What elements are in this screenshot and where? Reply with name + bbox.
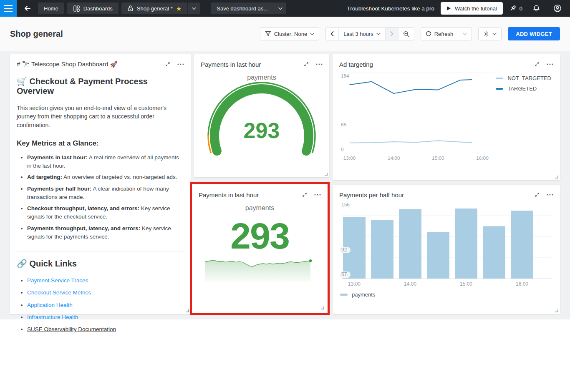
dashboard-header: Shop general Cluster: None Last 3 hours (0, 17, 570, 51)
svg-text:0: 0 (341, 146, 344, 152)
play-icon (446, 6, 451, 11)
bar-chart-legend[interactable]: payments (339, 291, 553, 298)
add-widget-button[interactable]: ADD WIDGET (508, 27, 560, 40)
arrow-left-icon (24, 5, 31, 12)
resize-handle[interactable] (321, 307, 324, 309)
watch-tutorial-button[interactable]: Watch the tutorial (441, 2, 503, 15)
svg-text:13:00: 13:00 (343, 155, 356, 161)
dashboard-grid: # 🔭 Telescope Shop Dashboard 🚀 🛒 Checkou… (0, 51, 570, 319)
gauge-metric-label: payments (201, 74, 323, 81)
time-back-button[interactable] (326, 28, 338, 40)
back-button[interactable] (20, 1, 35, 16)
svg-text:184: 184 (341, 73, 349, 78)
expand-icon[interactable] (534, 192, 540, 198)
pin-count-badge: 0 (520, 5, 522, 12)
refresh-options-button[interactable] (458, 28, 472, 40)
tab-options-chevron-button[interactable] (187, 3, 200, 14)
legend-item-not-targeted[interactable]: NOT_TARGETED (496, 75, 553, 81)
quick-link-item: SUSE Observability Documentation (27, 325, 184, 334)
time-range-label: Last 3 hours (343, 31, 373, 37)
pinned-items-button[interactable]: 0 (509, 5, 522, 12)
save-dashboard-as-button[interactable]: Save dashboard as... (211, 3, 274, 14)
payments-number-widget: Payments in last hour payments 293 (194, 186, 326, 311)
promo-text: Troubleshoot Kubernetes like a pro (347, 5, 434, 12)
save-dashboard-group: Save dashboard as... (211, 3, 286, 14)
kebab-menu-icon[interactable] (177, 63, 184, 65)
expand-icon[interactable] (303, 61, 309, 67)
quick-link[interactable]: Infrastructure Health (27, 314, 78, 320)
tab-dashboards[interactable]: Dashboards (67, 3, 119, 14)
chevron-down-icon (492, 33, 497, 35)
kebab-menu-icon[interactable] (316, 63, 323, 65)
avatar-icon (553, 4, 562, 13)
kebab-menu-icon[interactable] (547, 194, 553, 196)
user-menu-button[interactable] (550, 1, 565, 16)
kebab-menu-icon[interactable] (314, 194, 321, 196)
quick-link[interactable]: Application Health (27, 302, 73, 308)
chart-legend: NOT_TARGETED TARGETED (496, 69, 553, 166)
chevron-left-icon (330, 31, 334, 36)
cluster-filter-button[interactable]: Cluster: None (260, 28, 319, 40)
resize-handle[interactable] (186, 309, 189, 312)
notifications-button[interactable] (529, 1, 544, 16)
tab-dashboards-label: Dashboards (83, 5, 113, 12)
dashboards-icon (73, 5, 80, 12)
markdown-heading: 🛒 Checkout & Payment Process Overview (17, 76, 184, 96)
line-chart: 18465013:0014:0015:0016:00 (339, 69, 496, 166)
time-range-button[interactable]: Last 3 hours (338, 28, 385, 40)
bell-icon (533, 5, 540, 12)
expand-icon[interactable] (165, 61, 171, 67)
legend-item-targeted[interactable]: TARGETED (496, 85, 553, 92)
resize-handle[interactable] (555, 176, 558, 178)
legend-label: payments (352, 291, 375, 298)
resize-handle[interactable] (325, 173, 328, 176)
svg-text:92: 92 (341, 247, 347, 253)
metric-item: Payments throughput, latency, and errors… (27, 224, 184, 241)
favorite-star-icon[interactable]: ★ (176, 5, 182, 12)
svg-text:16:00: 16:00 (476, 155, 489, 161)
tab-shop-general[interactable]: Shop general * ★ (121, 3, 187, 14)
save-dashboard-chevron-button[interactable] (274, 3, 286, 14)
legend-swatch (496, 88, 503, 90)
highlight-outline: Payments in last hour payments 293 (190, 182, 330, 315)
payments-gauge-widget: Payments in last hour payments 293 (194, 54, 329, 177)
refresh-button[interactable]: Refresh (421, 28, 458, 40)
zoom-out-time-button[interactable] (398, 28, 414, 40)
cluster-filter-label: Cluster: None (274, 31, 307, 37)
watch-tutorial-label: Watch the tutorial (455, 5, 497, 12)
cluster-filter-control: Cluster: None (260, 27, 319, 40)
chevron-down-icon (192, 7, 196, 10)
kebab-menu-icon[interactable] (547, 63, 553, 65)
time-forward-button[interactable] (385, 28, 398, 40)
quick-link[interactable]: Checkout Service Metrics (27, 289, 91, 296)
sparkline-chart (205, 258, 315, 285)
quick-links-heading: 🔗 Quick Links (17, 259, 184, 269)
legend-swatch (340, 294, 348, 296)
chevron-right-icon (390, 31, 393, 36)
tab-home[interactable]: Home (38, 3, 64, 14)
quick-link-item: Application Health (27, 301, 184, 309)
chevron-down-icon (278, 7, 282, 10)
tab-shop-general-label: Shop general * (137, 5, 173, 12)
widget-title: Payments per half hour (339, 191, 404, 199)
quick-link[interactable]: SUSE Observability Documentation (27, 326, 116, 332)
funnel-icon (265, 31, 271, 37)
save-dashboard-as-label: Save dashboard as... (217, 5, 268, 12)
tab-shop-general-group: Shop general * ★ (121, 3, 200, 14)
markdown-content: 🛒 Checkout & Payment Process Overview Th… (17, 76, 184, 334)
hamburger-menu-button[interactable] (0, 0, 17, 17)
widget-title: Payments in last hour (201, 61, 261, 68)
ad-targeting-widget: Ad targeting 18465013:0014:0015:0016:00 … (333, 54, 560, 180)
quick-link[interactable]: Payment Service Traces (27, 277, 88, 284)
expand-icon[interactable] (534, 61, 540, 67)
refresh-icon (426, 31, 431, 37)
zoom-out-icon (403, 31, 409, 37)
widget-title: # 🔭 Telescope Shop Dashboard 🚀 (17, 60, 118, 68)
tab-home-label: Home (44, 5, 58, 12)
resize-handle[interactable] (555, 309, 558, 312)
expand-icon[interactable] (302, 192, 308, 198)
dashboard-settings-button[interactable] (479, 28, 501, 40)
refresh-control: Refresh (421, 27, 472, 40)
widget-title: Payments in last hour (199, 191, 259, 199)
pin-icon (509, 5, 517, 12)
